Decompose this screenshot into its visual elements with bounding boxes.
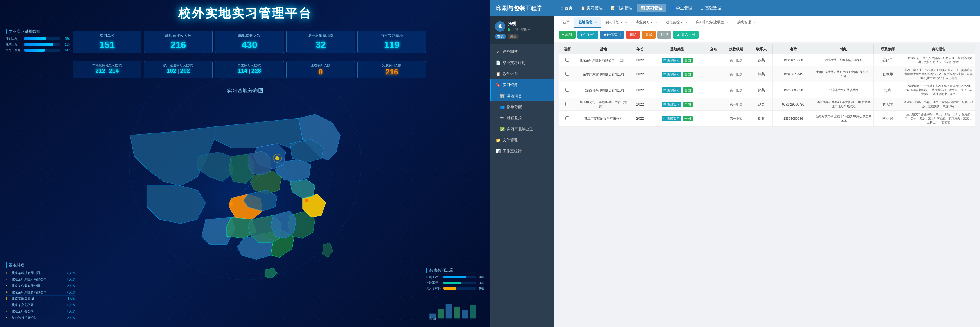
sidebar: 张 张明 在线 · 管理员 在线 设置 xyxy=(490,16,554,327)
svg-rect-10 xyxy=(453,307,460,319)
sidebar-item-毕业实习计划[interactable]: 📄 毕业实习计划 xyxy=(490,57,554,68)
row-checkbox[interactable] xyxy=(565,102,569,106)
sidebar-item-文件管理[interactable]: 📁 文件管理 xyxy=(490,135,554,146)
type-tag2: 全国 xyxy=(682,102,692,107)
tab-基地信息[interactable]: 基地信息 × xyxy=(574,18,601,28)
bar-num: 213 xyxy=(61,43,70,46)
table-row: 北京某印刷股份有限公司（北京） 2022 中西部实习 全国 第一批次 苏某 13… xyxy=(559,54,975,66)
row-address: 北京市大兴区某镇某路 xyxy=(814,82,874,98)
ranking-list: 1 北京某科技有限公司 8人次 2 北京某印刷生产有限公司 8人次 3 北京某包… xyxy=(6,270,75,321)
tab-首页[interactable]: 首页 xyxy=(559,18,574,28)
sidebar-item-实习资源[interactable]: 🔖 实习资源 xyxy=(490,79,554,90)
row-checkbox-cell[interactable] xyxy=(559,66,576,82)
toolbar-buttons-container: + 添加评审评价★评优实习删除导出打印▲ 导入人员 xyxy=(559,31,698,39)
stats-row2: 本年度实习总人数/次 212 | 214 统一派遣实习人数/次 102 | 20… xyxy=(73,61,426,78)
nav-label: 实习管理 xyxy=(646,6,662,11)
sidebar-item-icon: 📁 xyxy=(496,138,500,142)
user-info-section: 张 张明 在线 · 管理员 在线 设置 xyxy=(490,16,554,44)
row-phone: 0571-29000790 xyxy=(772,98,814,111)
sidebar-item-icon: ✅ xyxy=(500,127,504,131)
sidebar-item-label: 实习资源 xyxy=(503,82,518,88)
toolbar-btn-导出[interactable]: 导出 xyxy=(642,31,655,39)
row-checkbox-cell[interactable] xyxy=(559,98,576,111)
row-level: 第一批次 xyxy=(722,54,750,66)
row-checkbox[interactable] xyxy=(565,72,569,76)
sidebar-item-基地信息[interactable]: 🏢 基地信息 xyxy=(490,90,554,101)
progress-section: 实地实习进度 印刷工程 70% 包装工程 55% 高分子材料 40% xyxy=(426,268,484,321)
rank-val: 8人次 xyxy=(67,309,75,314)
row-checkbox-cell[interactable] xyxy=(559,54,576,66)
toolbar-btn-★评优实习[interactable]: ★评优实习 xyxy=(600,31,624,39)
stat-value: 151 xyxy=(76,40,138,50)
badge-online[interactable]: 在线 xyxy=(495,34,506,39)
sidebar-item-教学计划[interactable]: 📋 教学计划 xyxy=(490,68,554,79)
table-header-cell: 联系教师 xyxy=(874,45,902,54)
nav-label: 基础数据 xyxy=(705,6,721,11)
row-phone: 13623679145 xyxy=(772,66,814,82)
nav-item-实习管理[interactable]: 📋 实习管理 xyxy=(577,4,606,13)
row-checkbox-cell[interactable] xyxy=(559,111,576,127)
stat-cards-container: 实习单位 151 基地总接收人数 216 基地接收人次 430 统一派遣基地数 … xyxy=(73,30,426,53)
row-year: 2022 xyxy=(631,66,649,82)
badge-settings[interactable]: 设置 xyxy=(508,34,519,39)
stat-card: 实习单位 151 xyxy=(73,30,142,53)
g-label: 本年度实习总人数/次 xyxy=(75,63,139,67)
tab-实习计划 ●[interactable]: 实习计划 ● × xyxy=(601,18,631,28)
tab-毕业实习 ●[interactable]: 毕业实习 ● × xyxy=(632,18,661,28)
sidebar-item-icon: 🏢 xyxy=(500,94,504,98)
row-address: 河北省某市某区市场分局某处 xyxy=(814,54,874,66)
rank-name: 某包装技术研究院 xyxy=(12,316,65,320)
close-tab-icon[interactable]: × xyxy=(754,21,755,24)
row-checkbox[interactable] xyxy=(565,58,569,62)
close-tab-icon[interactable]: × xyxy=(625,21,627,24)
row-type: 中西部实习 全国 xyxy=(649,82,705,98)
toolbar-btn-删除[interactable]: 删除 xyxy=(626,31,640,39)
tab-成绩管理[interactable]: 成绩管理 × xyxy=(733,18,759,28)
table-area[interactable]: 选择基地年份基地类型全名接收级别联系人电话地址联系教师实习报告 北京某印刷股份有… xyxy=(554,42,980,327)
row-report: 基础实训技能、书籍、动员子专业实习位置，包装，出版，基础实训，某道30号 xyxy=(902,98,975,111)
close-tab-icon[interactable]: × xyxy=(686,21,687,24)
nav-item-日志管理[interactable]: 📝 日志管理 xyxy=(607,4,636,13)
sidebar-item-label: 实习审批毕业生 xyxy=(507,126,533,132)
nav-label: 学生管理 xyxy=(676,6,692,11)
toolbar-btn-▲ 导入人员[interactable]: ▲ 导入人员 xyxy=(673,31,698,39)
row-checkbox-cell[interactable] xyxy=(559,82,576,98)
prog-item-3: 高分子材料 40% xyxy=(426,286,484,290)
toolbar-btn-打印[interactable]: 打印 xyxy=(657,31,671,39)
stat-card: 统一派遣基地数 32 xyxy=(286,30,355,53)
tab-实习审批毕业学生[interactable]: 实习审批毕业学生 × xyxy=(692,18,732,28)
toolbar-btn-+ 添加[interactable]: + 添加 xyxy=(559,31,576,39)
close-tab-icon[interactable]: × xyxy=(655,21,657,24)
nav-item-学生管理[interactable]: 👤 学生管理 xyxy=(667,4,696,13)
tab-过程监控 ●[interactable]: 过程监控 ● × xyxy=(662,18,691,28)
svg-rect-8 xyxy=(438,309,444,318)
rank-item: 8 某包装技术研究院 8人次 xyxy=(6,315,75,321)
row-type: 中西部实习 全国 xyxy=(649,111,705,127)
svg-rect-12 xyxy=(470,305,476,318)
row-checkbox[interactable] xyxy=(565,116,569,120)
tab-label: 基地信息 xyxy=(578,20,592,24)
toolbar-btn-评审评价[interactable]: 评审评价 xyxy=(577,31,598,39)
type-tag1: 中西部实习 xyxy=(662,116,681,121)
close-tab-icon[interactable]: × xyxy=(595,21,597,24)
specialty-left-section: 专业实习基地数量 印刷工程 156 包装工程 213 高分子材料 147 xyxy=(6,29,70,54)
sidebar-item-指导分配[interactable]: 👥 指导分配 xyxy=(490,101,554,112)
sidebar-item-实习审批毕业生[interactable]: ✅ 实习审批毕业生 xyxy=(490,124,554,135)
table-row: 某工厂某印刷股份有限公司 2022 中西部实习 全国 第一批次 刘某 13306… xyxy=(559,111,975,127)
row-level: 第一批次 xyxy=(722,66,750,82)
nav-item-基础数据[interactable]: 🗄 基础数据 xyxy=(697,4,725,13)
row-checkbox[interactable] xyxy=(565,88,569,92)
close-tab-icon[interactable]: × xyxy=(727,21,728,24)
sidebar-item-任务调整[interactable]: ✔ 任务调整 xyxy=(490,46,554,57)
prog-item-1: 印刷工程 70% xyxy=(426,275,484,279)
rank-num: 7 xyxy=(6,310,10,313)
bar-item: 高分子材料 147 xyxy=(6,48,70,52)
row-name: 某出版公司（某地区某出版社（北京）） xyxy=(576,98,631,111)
sidebar-item-icon: 📋 xyxy=(496,72,500,76)
sidebar-item-过程监控[interactable]: 👁 过程监控 xyxy=(490,112,554,124)
sidebar-item-工作室统计[interactable]: 📊 工作室统计 xyxy=(490,146,554,157)
rank-item: 7 北京某印务公司 8人次 xyxy=(6,308,75,315)
g-label: 统一派遣实习人数/次 xyxy=(146,63,210,67)
nav-item-首页[interactable]: ⊞ 首页 xyxy=(557,4,576,13)
nav-item-实习管理[interactable]: 📊 实习管理 xyxy=(637,4,666,13)
